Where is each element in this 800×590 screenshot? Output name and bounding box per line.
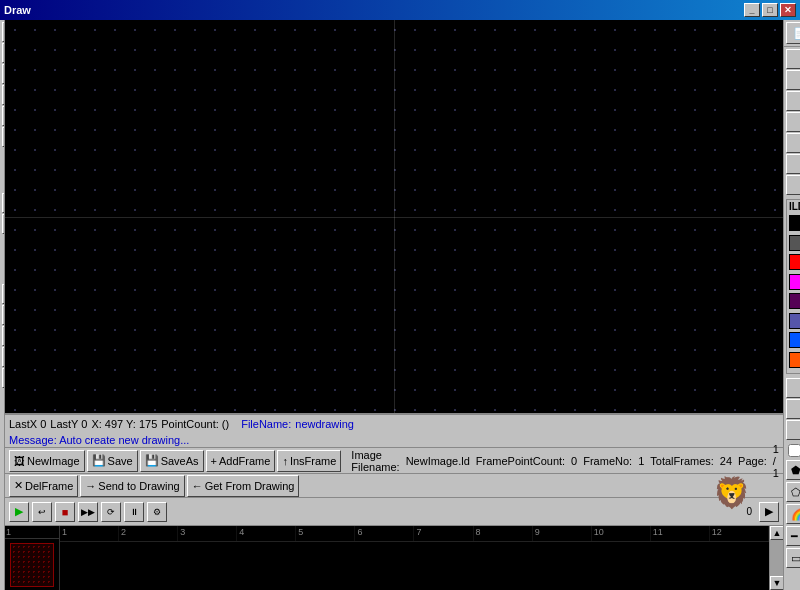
frame-no-label: FrameNo:	[583, 455, 632, 467]
add-frame-button[interactable]: + AddFrame	[206, 450, 276, 472]
timeline-scroll-down[interactable]: ▼	[770, 576, 784, 590]
page-value: 1 / 1	[773, 443, 779, 479]
title-bar-buttons: _ □ ✕	[744, 3, 796, 17]
right-panel-inner: 📄 New 📂 Open 💾 Save 💾 SaveAs	[784, 20, 800, 590]
title-bar: Draw _ □ ✕	[0, 0, 800, 20]
image-controls-row: 🖼 NewImage 💾 Save 💾 SaveAs + AddFrame	[5, 447, 783, 473]
sel-point-button[interactable]: ⊕ Sel Point	[786, 70, 800, 90]
area-blanking-button[interactable]: ▭ AreaBlanking	[786, 548, 800, 568]
rainbow-ch-button[interactable]: 🌈 RainBow_Ch	[786, 504, 800, 524]
status-message: Message: Auto create new drawing...	[9, 434, 189, 446]
color-cell-40[interactable]	[789, 313, 800, 329]
palette-body: ▲ ▼ R : 0 G : 255	[787, 213, 800, 373]
select-all-button[interactable]: ⊡ Select All	[786, 112, 800, 132]
new-image-button[interactable]: 🖼 NewImage	[9, 450, 85, 472]
color-cell-8[interactable]	[789, 235, 800, 251]
timeline-numbers-row: 123456789101112	[60, 526, 769, 542]
crosshair-vertical	[394, 20, 395, 413]
tl-num-9: 9	[533, 526, 592, 541]
minimize-button[interactable]: _	[744, 3, 760, 17]
window-title: Draw	[4, 4, 31, 16]
new-image-icon: 🖼	[14, 455, 25, 467]
canvas-with-sidebar	[5, 20, 783, 413]
maximize-button[interactable]: □	[762, 3, 778, 17]
ochcolor-icon: ⬠	[791, 486, 800, 499]
tl-num-10: 10	[592, 526, 651, 541]
image-filename-value: NewImage.ld	[406, 455, 470, 467]
color-cell-24[interactable]	[789, 274, 800, 290]
v-mirror-button[interactable]: ⟻ V_Mirror	[786, 420, 800, 440]
get-from-drawing-button[interactable]: ← Get From Drawing	[187, 475, 300, 497]
new-icon: 📄	[793, 27, 800, 40]
copy-objects-row: Copy Objects	[784, 442, 800, 459]
save-buff-button[interactable]: 💾 SaveBuff	[786, 49, 800, 69]
o-ch-color-button[interactable]: ⬠ O_Ch_Color	[786, 482, 800, 502]
tl-num-6: 6	[355, 526, 414, 541]
save-as-image-button[interactable]: 💾 SaveAs	[140, 450, 204, 472]
palette-section: ILDA Color paltte ▲ ▼	[786, 199, 800, 374]
filename-label: FileName:	[241, 418, 291, 430]
zoom-button[interactable]: 🔍 Zoom	[786, 175, 800, 195]
sel-object-button[interactable]: ⊞ Sel Object	[786, 91, 800, 111]
line-blanking-button[interactable]: ━ LineBlanking	[786, 526, 800, 546]
save-as-image-icon: 💾	[145, 454, 159, 467]
unselect-button[interactable]: ⊟ UnSelect	[786, 133, 800, 153]
rotate-button[interactable]: ↻ Rotate	[786, 378, 800, 398]
color-palette-grid	[787, 213, 800, 373]
status-row-1: LastX 0 LastY 0 X: 497 Y: 175 PointCount…	[5, 415, 783, 433]
nav-right-button[interactable]: ▶	[759, 502, 779, 522]
rewind-button[interactable]: ↩	[32, 502, 52, 522]
pause-button[interactable]: ⏸	[124, 502, 144, 522]
fast-fwd-button[interactable]: ▶▶	[78, 502, 98, 522]
areablanking-icon: ▭	[791, 552, 800, 565]
loop-button[interactable]: ⟳	[101, 502, 121, 522]
toolbar-row-1: 📄 New 📂 Open 💾 Save 💾 SaveAs	[784, 20, 800, 47]
playback-controls-row: ▶ ↩ ■ ▶▶ ⟳ ⏸ ⚙ 0 ▶	[5, 497, 783, 525]
play-button[interactable]: ▶	[9, 502, 29, 522]
color-cell-56[interactable]	[789, 352, 800, 368]
frame-thumbnail[interactable]	[10, 543, 54, 587]
move-button[interactable]: ✛ Mvoe	[786, 154, 800, 174]
stop-button[interactable]: ■	[55, 502, 75, 522]
save-image-icon: 💾	[92, 454, 106, 467]
palette-header: ILDA Color paltte	[787, 200, 800, 213]
send-to-drawing-button[interactable]: → Send to Drawing	[80, 475, 184, 497]
tl-num-5: 5	[296, 526, 355, 541]
tl-num-7: 7	[414, 526, 473, 541]
color-cell-48[interactable]	[789, 332, 800, 348]
h-mirror-button[interactable]: ⟺ H_Mirror	[786, 399, 800, 419]
main-canvas-container: LastX 0 LastY 0 X: 497 Y: 175 PointCount…	[5, 20, 783, 590]
timeline-frames: 123456789101112	[60, 526, 769, 590]
tl-num-8: 8	[474, 526, 533, 541]
drawing-canvas[interactable]	[5, 20, 783, 413]
extra-button[interactable]: ⚙	[147, 502, 167, 522]
total-frames-value: 24	[720, 455, 732, 467]
color-cell-0[interactable]	[789, 215, 800, 231]
close-button[interactable]: ✕	[780, 3, 796, 17]
timeline-thumb-label: 1	[5, 526, 59, 539]
send-to-drawing-icon: →	[85, 480, 96, 492]
l-ch-color-button[interactable]: ⬟ L_Ch_Color	[786, 460, 800, 480]
del-frame-button[interactable]: ✕ DelFrame	[9, 475, 78, 497]
total-frames-label: TotalFrames:	[650, 455, 714, 467]
ins-frame-button[interactable]: ↑ InsFrame	[277, 450, 341, 472]
add-frame-icon: +	[211, 455, 217, 467]
timeline-thumbnail-area: 1	[5, 526, 60, 590]
frame-point-count-value: 0	[571, 455, 577, 467]
get-from-drawing-icon: ←	[192, 480, 203, 492]
copy-objects-checkbox[interactable]	[788, 444, 800, 457]
lineblanking-icon: ━	[791, 530, 798, 543]
color-cell-16[interactable]	[789, 254, 800, 270]
frame-meta: Image Filename: NewImage.ld FramePointCo…	[351, 443, 779, 479]
timeline-scroll-track	[770, 540, 783, 576]
palette-title: ILDA Color paltte	[789, 201, 800, 212]
timeline-content[interactable]	[60, 542, 769, 590]
last-x-display: LastX 0	[9, 418, 46, 430]
image-filename-label: Image Filename:	[351, 449, 399, 473]
new-button[interactable]: 📄 New	[786, 22, 800, 44]
tl-num-12: 12	[710, 526, 769, 541]
save-image-button[interactable]: 💾 Save	[87, 450, 138, 472]
tools-grid-1: 💾 SaveBuff 📖 ReadBuff ⊕ Sel Point	[784, 47, 800, 197]
color-cell-32[interactable]	[789, 293, 800, 309]
timeline-scroll-up[interactable]: ▲	[770, 526, 784, 540]
